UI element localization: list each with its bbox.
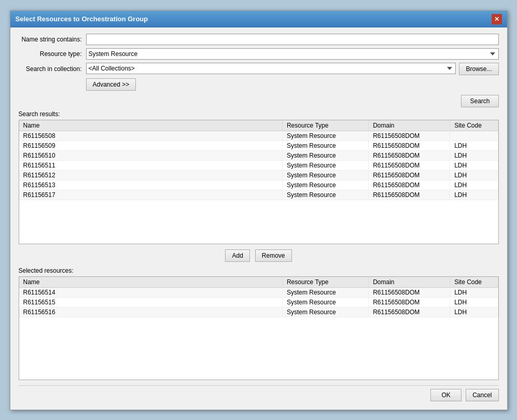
search-results-body: R61156508 System Resource R61156508DOM R… <box>19 131 498 200</box>
collection-label: Search in collection: <box>19 65 86 73</box>
dialog: Select Resources to Orchestration Group … <box>10 10 508 410</box>
col-header-domain: Domain <box>369 120 450 131</box>
add-remove-row: Add Remove <box>19 249 499 262</box>
cell-name: R61156511 <box>19 160 283 170</box>
cell-type: System Resource <box>282 131 368 141</box>
cell-name: R61156508 <box>19 131 283 141</box>
cell-name: R61156512 <box>19 170 283 180</box>
cell-type: System Resource <box>282 287 368 297</box>
cell-type: System Resource <box>282 141 368 150</box>
sel-col-header-site: Site Code <box>450 277 498 288</box>
sel-col-header-domain: Domain <box>369 277 450 288</box>
cell-name: R61156516 <box>19 307 283 317</box>
cell-domain: R61156508DOM <box>369 141 450 150</box>
cell-domain: R61156508DOM <box>369 297 450 307</box>
cell-name: R61156509 <box>19 141 283 150</box>
table-row[interactable]: R61156517 System Resource R61156508DOM L… <box>19 190 498 200</box>
col-header-type: Resource Type <box>282 120 368 131</box>
browse-button[interactable]: Browse... <box>459 63 498 75</box>
advanced-row: Advanced >> <box>19 78 499 91</box>
dialog-title: Select Resources to Orchestration Group <box>16 15 148 23</box>
search-results-table: Name Resource Type Domain Site Code R611… <box>19 120 498 200</box>
ok-button[interactable]: OK <box>430 389 462 401</box>
cell-site: LDH <box>450 190 498 200</box>
selected-resources-table: Name Resource Type Domain Site Code R611… <box>19 277 498 317</box>
table-row[interactable]: R61156514 System Resource R61156508DOM L… <box>19 287 498 297</box>
search-results-header: Name Resource Type Domain Site Code <box>19 120 498 131</box>
add-button[interactable]: Add <box>225 249 249 262</box>
cell-type: System Resource <box>282 307 368 317</box>
cell-site: LDH <box>450 180 498 190</box>
cell-site: LDH <box>450 297 498 307</box>
cell-domain: R61156508DOM <box>369 287 450 297</box>
resource-type-label: Resource type: <box>19 50 86 58</box>
cell-domain: R61156508DOM <box>369 190 450 200</box>
search-button[interactable]: Search <box>461 95 498 107</box>
name-input[interactable] <box>86 34 499 45</box>
resource-type-row: Resource type: System Resource <box>19 48 499 60</box>
close-button[interactable]: ✕ <box>492 14 502 24</box>
sel-col-header-name: Name <box>19 277 283 288</box>
table-row[interactable]: R61156512 System Resource R61156508DOM L… <box>19 170 498 180</box>
remove-button[interactable]: Remove <box>255 249 292 262</box>
cell-domain: R61156508DOM <box>369 307 450 317</box>
sel-col-header-type: Resource Type <box>282 277 368 288</box>
table-row[interactable]: R61156508 System Resource R61156508DOM <box>19 131 498 141</box>
cell-site: LDH <box>450 287 498 297</box>
search-row: Search <box>19 95 499 107</box>
table-row[interactable]: R61156509 System Resource R61156508DOM L… <box>19 141 498 150</box>
table-row[interactable]: R61156513 System Resource R61156508DOM L… <box>19 180 498 190</box>
selected-resources-header: Name Resource Type Domain Site Code <box>19 277 498 288</box>
advanced-button[interactable]: Advanced >> <box>86 78 136 91</box>
cell-type: System Resource <box>282 297 368 307</box>
cell-domain: R61156508DOM <box>369 170 450 180</box>
table-row[interactable]: R61156516 System Resource R61156508DOM L… <box>19 307 498 317</box>
cell-name: R61156513 <box>19 180 283 190</box>
footer-row: OK Cancel <box>19 385 499 401</box>
cell-site: LDH <box>450 170 498 180</box>
resource-type-select[interactable]: System Resource <box>86 48 499 60</box>
cell-site <box>450 131 498 141</box>
cell-type: System Resource <box>282 150 368 160</box>
cell-name: R61156515 <box>19 297 283 307</box>
cell-name: R61156510 <box>19 150 283 160</box>
cell-name: R61156514 <box>19 287 283 297</box>
name-label: Name string contains: <box>19 36 86 43</box>
col-header-site: Site Code <box>450 120 498 131</box>
table-row[interactable]: R61156510 System Resource R61156508DOM L… <box>19 150 498 160</box>
selected-resources-body: R61156514 System Resource R61156508DOM L… <box>19 287 498 317</box>
search-results-label: Search results: <box>19 110 499 118</box>
name-row: Name string contains: <box>19 34 499 45</box>
cell-type: System Resource <box>282 170 368 180</box>
cell-type: System Resource <box>282 180 368 190</box>
collection-select-wrap: <All Collections> Browse... <box>86 63 499 75</box>
cell-site: LDH <box>450 307 498 317</box>
cell-site: LDH <box>450 150 498 160</box>
title-bar: Select Resources to Orchestration Group … <box>10 11 507 27</box>
selected-resources-container: Name Resource Type Domain Site Code R611… <box>19 276 499 380</box>
cell-site: LDH <box>450 141 498 150</box>
col-header-name: Name <box>19 120 283 131</box>
cell-domain: R61156508DOM <box>369 180 450 190</box>
cell-name: R61156517 <box>19 190 283 200</box>
table-row[interactable]: R61156515 System Resource R61156508DOM L… <box>19 297 498 307</box>
collection-row: Search in collection: <All Collections> … <box>19 63 499 75</box>
table-row[interactable]: R61156511 System Resource R61156508DOM L… <box>19 160 498 170</box>
cell-domain: R61156508DOM <box>369 150 450 160</box>
dialog-content: Name string contains: Resource type: Sys… <box>10 27 507 410</box>
cell-site: LDH <box>450 160 498 170</box>
cell-domain: R61156508DOM <box>369 160 450 170</box>
collection-select[interactable]: <All Collections> <box>86 63 456 74</box>
cell-domain: R61156508DOM <box>369 131 450 141</box>
cell-type: System Resource <box>282 190 368 200</box>
cell-type: System Resource <box>282 160 368 170</box>
search-results-container: Name Resource Type Domain Site Code R611… <box>19 120 499 244</box>
selected-resources-label: Selected resources: <box>19 267 499 274</box>
cancel-button[interactable]: Cancel <box>466 389 498 401</box>
